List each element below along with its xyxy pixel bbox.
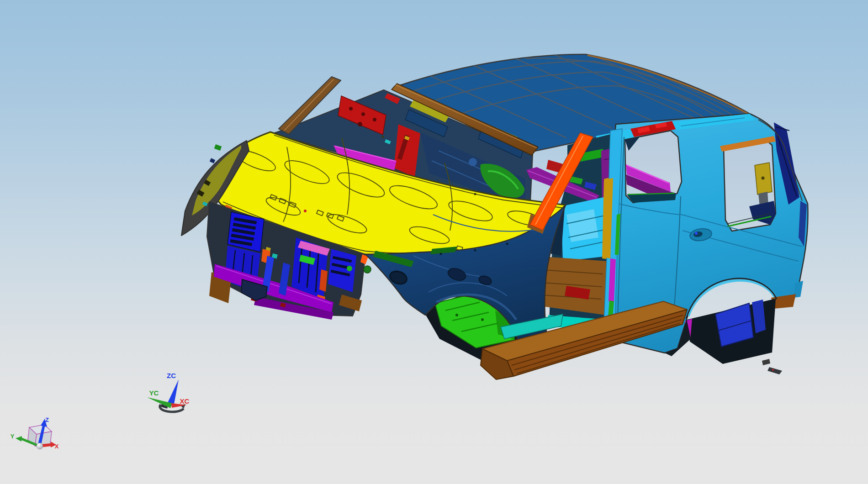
car-model[interactable] <box>181 54 808 379</box>
abs-z-label: Z <box>45 416 49 423</box>
viewport-canvas[interactable]: ZC YC XC Z Y X <box>0 0 868 484</box>
detached-small-parts[interactable] <box>762 359 782 374</box>
quarter-window[interactable] <box>720 136 776 231</box>
absolute-csys-indicator: Z Y X <box>11 416 59 450</box>
wcs-y-label: YC <box>149 389 159 397</box>
graphics-window[interactable]: ZC YC XC Z Y X <box>0 0 868 484</box>
wcs-z-label: ZC <box>167 372 176 379</box>
abs-origin-sphere <box>37 443 43 449</box>
abs-y-label: Y <box>11 433 15 440</box>
wcs-triad[interactable]: ZC YC XC <box>147 372 190 412</box>
abs-x-label: X <box>55 443 59 450</box>
rear-door-window[interactable] <box>625 131 682 203</box>
wcs-x-label: XC <box>180 397 190 405</box>
wcs-z-axis[interactable] <box>167 379 179 406</box>
